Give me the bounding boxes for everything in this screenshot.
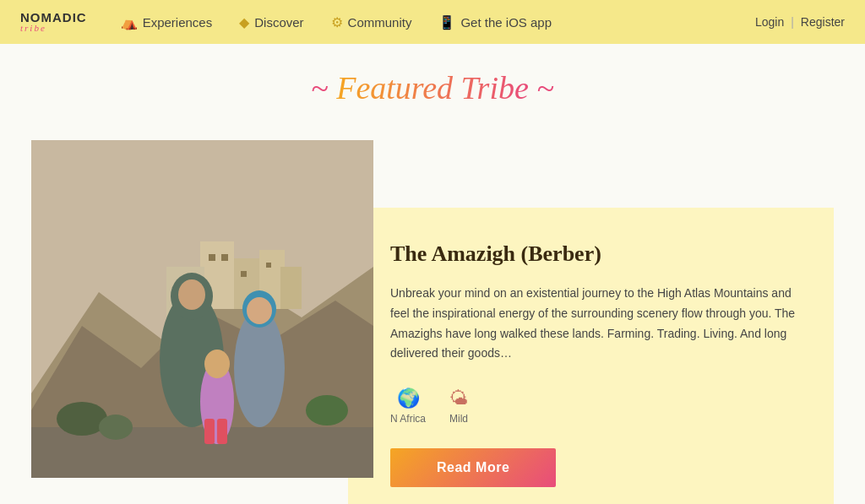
tribe-tag-climate: 🌤 Mild [449,387,468,425]
globe-icon: 🌍 [397,387,420,409]
svg-point-24 [306,395,348,425]
community-icon: ⚙ [331,14,343,30]
svg-point-18 [247,297,272,324]
tribe-image [31,140,373,478]
svg-rect-10 [241,271,247,277]
site-logo[interactable]: NOMADIC tribe [20,11,87,33]
nav-auth: Login | Register [755,15,845,29]
tribe-tags: 🌍 N Africa 🌤 Mild [390,387,800,425]
featured-heading: ~ Featured Tribe ~ [17,69,848,106]
tribe-image-svg [31,140,373,478]
logo-nomadic: NOMADIC [20,11,87,24]
svg-rect-8 [209,254,215,261]
svg-rect-21 [204,419,215,444]
featured-text: Featured Tribe [336,70,529,106]
svg-rect-11 [266,263,271,268]
svg-point-25 [99,415,133,440]
nav-label-experiences: Experiences [143,15,213,30]
register-link[interactable]: Register [801,15,845,29]
tilde-right: ~ [529,70,554,106]
tribe-description: Unbreak your mind on an existential jour… [390,284,800,364]
nav-label-community: Community [348,15,412,30]
logo-tribe: tribe [20,24,87,33]
login-link[interactable]: Login [755,15,784,29]
main-content: ~ Featured Tribe ~ [0,44,865,504]
svg-rect-9 [221,254,228,261]
nav-item-discover[interactable]: ◆ Discover [239,14,303,30]
nav-label-discover: Discover [254,15,303,30]
svg-point-20 [204,350,230,378]
tent-icon: ⛺ [121,14,138,30]
tribe-tag-region: 🌍 N Africa [390,387,426,425]
nav-item-community[interactable]: ⚙ Community [331,14,412,30]
featured-title-block: ~ Featured Tribe ~ [17,69,848,106]
nav-item-experiences[interactable]: ⛺ Experiences [121,14,213,30]
auth-divider: | [791,15,794,29]
tribe-card: The Amazigh (Berber) Unbreak your mind o… [31,140,834,504]
navbar: NOMADIC tribe ⛺ Experiences ◆ Discover ⚙… [0,0,865,44]
tag-region-label: N Africa [390,413,426,425]
read-more-button[interactable]: Read More [390,448,556,487]
nav-label-ios: Get the iOS app [460,15,552,30]
svg-point-15 [178,279,205,310]
tribe-name: The Amazigh (Berber) [390,241,800,267]
diamond-icon: ◆ [239,14,249,30]
nav-links: ⛺ Experiences ◆ Discover ⚙ Community 📱 G… [121,14,755,30]
svg-rect-22 [217,419,227,444]
weather-icon: 🌤 [449,387,468,409]
nav-item-ios[interactable]: 📱 Get the iOS app [438,14,552,30]
svg-rect-6 [280,267,302,309]
tribe-info-card: The Amazigh (Berber) Unbreak your mind o… [348,208,834,504]
tilde-left: ~ [311,70,336,106]
tag-climate-label: Mild [449,413,468,425]
ios-icon: 📱 [438,14,455,30]
